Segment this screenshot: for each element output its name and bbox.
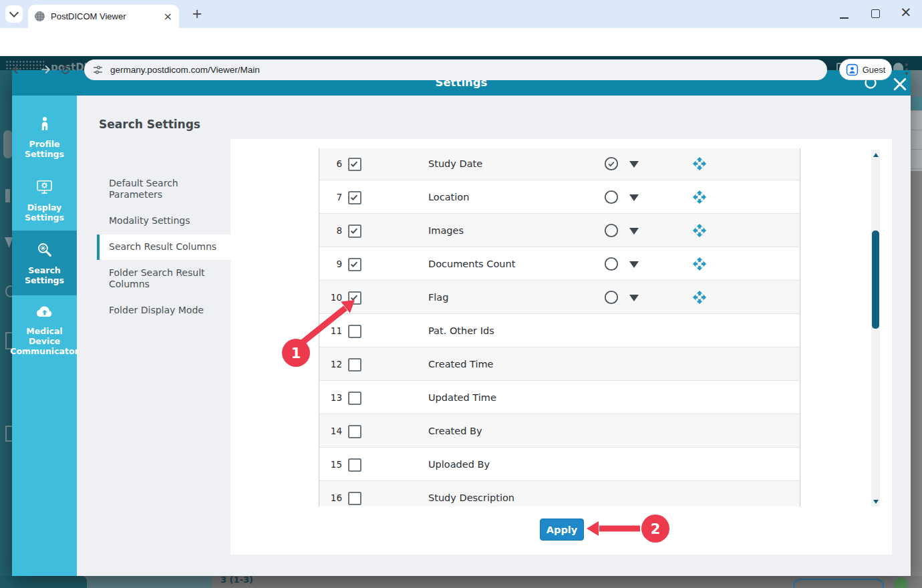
sort-circle-icon[interactable]: [604, 257, 619, 271]
column-visible-checkbox[interactable]: [348, 258, 361, 271]
move-handle-icon[interactable]: [692, 190, 707, 204]
sidebar-item-display-settings[interactable]: Display Settings: [12, 170, 77, 231]
url-bar[interactable]: germany.postdicom.com/Viewer/Main: [84, 59, 827, 80]
profile-label: Guest: [863, 65, 886, 75]
column-visible-checkbox[interactable]: [348, 225, 361, 238]
reload-icon[interactable]: [59, 63, 72, 76]
column-visible-checkbox[interactable]: [348, 492, 361, 505]
settings-sidebar: Profile SettingsDisplay SettingsSearch S…: [12, 96, 77, 576]
tab-title: PostDICOM Viewer: [51, 11, 164, 21]
window-minimize-button[interactable]: [840, 17, 849, 19]
column-visible-checkbox[interactable]: [348, 291, 361, 305]
search-settings-icon: [36, 241, 53, 261]
forward-icon[interactable]: [39, 63, 52, 76]
tune-icon[interactable]: [92, 64, 104, 76]
subnav-item-modality-settings[interactable]: Modality Settings: [109, 215, 243, 227]
row-number: 7: [319, 180, 342, 214]
new-tab-button[interactable]: +: [190, 7, 204, 21]
sort-circle-icon[interactable]: [604, 223, 619, 238]
dimmed-pagination-pill: [793, 579, 884, 588]
sort-direction-caret-icon[interactable]: [629, 295, 639, 301]
column-label: Study Description: [428, 481, 514, 506]
column-visible-checkbox[interactable]: [348, 392, 361, 405]
column-label: Images: [428, 214, 464, 247]
sort-circle-icon[interactable]: [604, 290, 619, 305]
row-number: 6: [319, 148, 342, 180]
subnav-item-folder-display-mode[interactable]: Folder Display Mode: [109, 305, 243, 316]
column-label: Location: [428, 180, 469, 214]
scrollbar-thumb[interactable]: [872, 231, 879, 329]
apply-button[interactable]: Apply: [540, 519, 584, 541]
dimmed-right-panel: [911, 70, 922, 588]
url-text: germany.postdicom.com/Viewer/Main: [110, 65, 260, 75]
subnav-item-search-result-columns[interactable]: Search Result Columns: [109, 241, 243, 253]
column-visible-checkbox[interactable]: [348, 358, 361, 372]
close-icon[interactable]: [891, 76, 909, 92]
tab-search-button[interactable]: [5, 5, 23, 23]
move-handle-icon[interactable]: [692, 156, 707, 171]
sort-direction-caret-icon[interactable]: [629, 194, 639, 201]
person-icon: [37, 116, 53, 134]
row-number: 9: [319, 247, 342, 281]
table-row: 7Location: [319, 180, 800, 214]
column-label: Documents Count: [428, 247, 515, 281]
sidebar-item-medical-device-communicator[interactable]: Medical Device Communicator: [12, 295, 77, 364]
row-number: 14: [319, 414, 342, 448]
columns-table: 6Study Date7Location8Images9Documents Co…: [319, 148, 800, 506]
table-row: 6Study Date: [319, 148, 800, 180]
window-close-button[interactable]: ×: [900, 4, 912, 20]
column-label: Created Time: [428, 347, 493, 381]
move-handle-icon[interactable]: [692, 257, 707, 271]
chevron-down-icon: [9, 8, 19, 17]
move-handle-icon[interactable]: [692, 290, 707, 305]
sidebar-item-search-settings[interactable]: Search Settings: [12, 231, 77, 295]
sidebar-item-label: Medical Device Communicator: [10, 326, 78, 356]
row-number: 15: [319, 448, 342, 481]
scrollbar-up-arrow[interactable]: [873, 153, 879, 157]
sort-direction-caret-icon[interactable]: [629, 261, 639, 268]
table-row: 8Images: [319, 214, 800, 247]
column-visible-checkbox[interactable]: [348, 458, 361, 472]
row-number: 16: [319, 481, 342, 506]
table-row: 10Flag: [319, 281, 800, 314]
subnav-item-folder-search-result-columns[interactable]: Folder Search Result Columns: [109, 267, 226, 290]
tab-close-icon[interactable]: ×: [164, 11, 172, 22]
column-label: Uploaded By: [428, 448, 490, 481]
sidebar-item-label: Profile Settings: [12, 139, 77, 159]
table-row: 15Uploaded By: [319, 448, 800, 481]
column-visible-checkbox[interactable]: [348, 158, 361, 171]
browser-tab[interactable]: PostDICOM Viewer ×: [28, 5, 179, 28]
profile-button[interactable]: Guest: [839, 59, 892, 80]
section-title: Search Settings: [99, 118, 200, 131]
sort-direction-caret-icon[interactable]: [629, 228, 639, 235]
table-row: 14Created By: [319, 414, 800, 448]
browser-tab-strip: PostDICOM Viewer × + ×: [0, 0, 922, 28]
table-row: 9Documents Count: [319, 247, 800, 281]
window-maximize-button[interactable]: [871, 9, 880, 18]
column-label: Flag: [428, 281, 448, 314]
column-visible-checkbox[interactable]: [348, 425, 361, 438]
row-number: 10: [319, 281, 342, 314]
table-row: 16Study Description: [319, 481, 800, 506]
column-label: Created By: [428, 414, 482, 448]
sort-circle-icon[interactable]: [604, 190, 619, 204]
result-count-text: 3 (1-3): [220, 576, 253, 585]
sort-selected-icon[interactable]: [604, 156, 619, 171]
sort-direction-caret-icon[interactable]: [629, 161, 639, 168]
column-visible-checkbox[interactable]: [348, 191, 361, 204]
browser-menu-button[interactable]: [905, 63, 908, 77]
column-visible-checkbox[interactable]: [348, 325, 361, 338]
table-row: 13Updated Time: [319, 381, 800, 414]
row-number: 11: [319, 314, 342, 347]
cloud-upload-icon: [35, 304, 54, 321]
back-icon[interactable]: [11, 63, 24, 76]
sidebar-item-label: Search Settings: [12, 265, 77, 285]
sidebar-item-profile-settings[interactable]: Profile Settings: [12, 105, 77, 170]
subnav-item-default-search-parameters[interactable]: Default Search Parameters: [109, 178, 216, 200]
site-favicon: [35, 11, 45, 21]
move-handle-icon[interactable]: [692, 223, 707, 238]
row-number: 13: [319, 381, 342, 414]
column-label: Pat. Other Ids: [428, 314, 494, 347]
scrollbar-down-arrow[interactable]: [873, 500, 879, 504]
table-row: 11Pat. Other Ids: [319, 314, 800, 347]
